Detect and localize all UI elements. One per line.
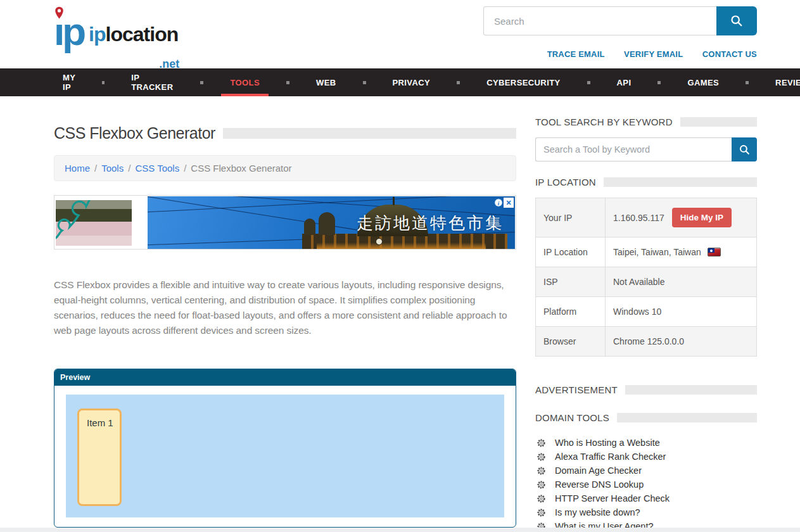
domain-tool-link[interactable]: Alexa Traffic Rank Checker [555,452,666,462]
preview-panel-header: Preview [54,369,516,386]
nav-reviews[interactable]: REVIEWS [766,68,800,96]
nav-tools[interactable]: TOOLS [221,68,269,96]
page: ıp iplocation .net [0,0,800,528]
flexbox-preview-panel: Preview Item 1 [54,369,516,528]
site-search-input[interactable] [483,6,716,35]
sidebar: TOOL SEARCH BY KEYWORD IP LOCATION Your … [535,117,757,528]
table-row: ISP Not Available [536,267,757,297]
nav-item: WEB [269,68,345,96]
gear-icon [537,494,546,504]
gear-icon [537,508,546,517]
nav-cybersecurity[interactable]: CYBERSECURITY [478,68,569,96]
breadcrumb-css-tools[interactable]: CSS Tools [135,163,179,174]
ad-building-clock [376,238,383,245]
ip-location-value: Taipei, Taiwan, Taiwan [613,247,701,257]
tool-search-input[interactable] [535,137,732,162]
domain-tool-link[interactable]: Who is Hosting a Website [555,438,660,448]
list-item: Who is Hosting a Website [535,436,757,450]
list-item: What is my User Agent? [535,519,757,528]
location-pin-icon [54,6,64,19]
logo-wordmark: iplocation .net [89,23,178,60]
nav-item: REVIEWS [728,68,800,96]
table-row: Your IP 1.160.95.117 Hide My IP [536,198,757,238]
ad-close-icon[interactable]: ✕ [504,198,514,208]
browser-value: Chrome 125.0.0.0 [606,327,757,357]
nav-web[interactable]: WEB [307,68,345,96]
table-row: Platform Windows 10 [536,297,757,327]
search-icon [730,14,744,28]
ip-location-table: Your IP 1.160.95.117 Hide My IP IP Locat… [535,198,757,357]
breadcrumb: Home/Tools/CSS Tools/CSS Flexbox Generat… [54,155,516,181]
search-icon [739,144,751,156]
domain-tool-link[interactable]: Reverse DNS Lookup [555,479,644,490]
gear-icon [537,480,546,490]
list-item: HTTP Server Header Check [535,491,757,505]
title-decoration-bar [223,128,516,139]
tool-search [535,137,757,162]
nav-item: MY IP [54,68,84,96]
list-item: Reverse DNS Lookup [535,478,757,491]
domain-tools-list: Who is Hosting a Website Alexa Traffic R… [535,436,757,528]
table-row: Browser Chrome 125.0.0.0 [536,327,757,357]
nav-privacy[interactable]: PRIVACY [384,68,440,96]
ad-left-image [56,200,132,246]
domain-tool-link[interactable]: What is my User Agent? [555,521,654,528]
ad-building-turret [304,218,315,235]
domain-tool-link[interactable]: HTTP Server Header Check [555,493,670,504]
gear-icon [537,522,546,528]
gear-icon [537,452,546,462]
isp-value: Not Available [606,267,757,297]
your-ip-value: 1.160.95.117 [613,213,664,223]
verify-email-link[interactable]: VERIFY EMAIL [624,49,683,59]
nav-item: CYBERSECURITY [439,68,569,96]
table-row: IP Location Taipei, Taiwan, Taiwan [536,238,757,267]
nav-ip-tracker[interactable]: IP TRACKER [122,68,182,96]
nav-item: API [569,68,640,96]
hide-my-ip-button[interactable]: Hide My IP [672,208,732,227]
main-column: CSS Flexbox Generator Home/Tools/CSS Too… [54,117,516,528]
contact-us-link[interactable]: CONTACT US [702,49,757,59]
tool-search-heading: TOOL SEARCH BY KEYWORD [535,117,757,127]
ip-location-heading: IP LOCATION [535,177,757,187]
platform-value: Windows 10 [606,297,757,327]
tool-search-button[interactable] [732,137,757,162]
nav-item: TOOLS [182,68,269,96]
flex-item-demo: Item 1 [77,408,122,506]
list-item: Domain Age Checker [535,464,757,478]
nav-my-ip[interactable]: MY IP [54,68,84,96]
nav-item: GAMES [640,68,728,96]
domain-tools-heading: DOMAIN TOOLS [535,412,757,423]
trace-email-link[interactable]: TRACE EMAIL [547,49,605,59]
gear-icon [537,438,546,448]
nav-item: PRIVACY [345,68,440,96]
taiwan-flag-icon [708,248,721,256]
logo-ip-mark: ıp [54,6,84,60]
breadcrumb-tools[interactable]: Tools [101,163,124,174]
nav-item: IP TRACKER [84,68,182,96]
site-header: ıp iplocation .net [0,0,800,68]
page-title: CSS Flexbox Generator [54,124,516,142]
header-utility-links: TRACE EMAIL VERIFY EMAIL CONTACT US [483,48,757,60]
site-search-button[interactable] [716,6,757,35]
main-navigation: MY IP IP TRACKER TOOLS WEB PRIVACY CYBER… [0,68,800,96]
site-logo[interactable]: ıp iplocation .net [54,6,178,60]
list-item: Alexa Traffic Rank Checker [535,450,757,464]
gear-icon [537,466,546,476]
domain-tool-link[interactable]: Domain Age Checker [555,466,642,476]
breadcrumb-current: CSS Flexbox Generator [191,163,291,174]
advertisement-heading: ADVERTISEMENT [535,384,757,395]
ad-main-image: 走訪地道特色市集 i ✕ [148,196,515,249]
domain-tool-link[interactable]: Is my website down? [555,507,640,517]
nav-games[interactable]: GAMES [678,68,728,96]
preview-panel-body: Item 1 [54,386,516,527]
list-item: Is my website down? [535,505,757,519]
flex-container-demo: Item 1 [66,395,504,517]
ad-headline: 走訪地道特色市集 [357,212,504,234]
tool-description: CSS Flexbox provides a flexible and intu… [54,277,516,338]
ad-info-icon[interactable]: i [494,198,502,206]
site-search [483,6,757,35]
breadcrumb-home[interactable]: Home [65,163,90,174]
nav-api[interactable]: API [608,68,640,96]
ad-banner[interactable]: 走訪地道特色市集 i ✕ [54,195,516,250]
ad-building-turret [319,212,335,235]
